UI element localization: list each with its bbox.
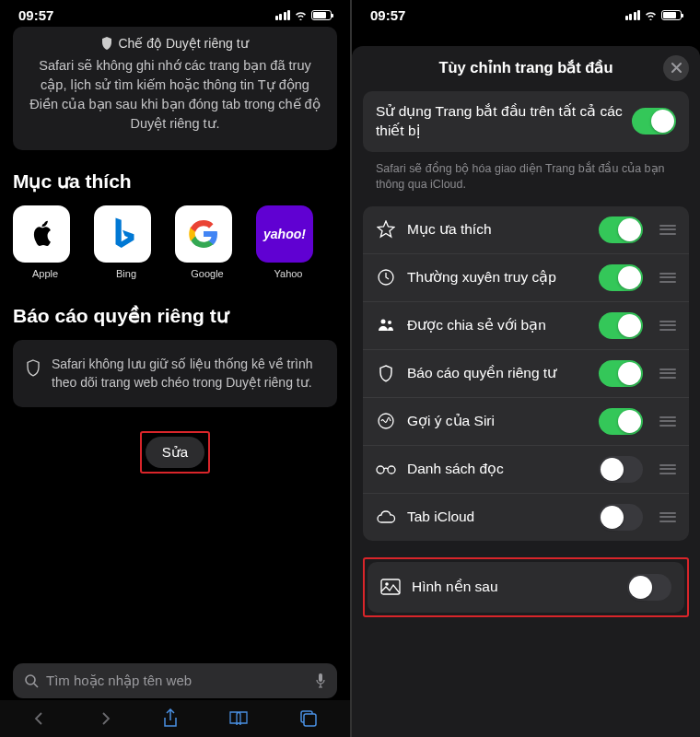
search-icon [24, 673, 39, 688]
tabs-icon[interactable] [299, 709, 318, 728]
row-label: Hình nền sau [412, 578, 616, 596]
favorite-yahoo[interactable]: yahoo! Yahoo [256, 205, 321, 279]
drag-handle-icon[interactable] [659, 321, 676, 331]
sync-toggle[interactable] [632, 108, 676, 135]
row-label: Gợi ý của Siri [407, 412, 588, 430]
phone-left: 09:57 Chế độ Duyệt riêng tư Safari sẽ kh… [0, 0, 350, 737]
favorite-label: Yahoo [256, 268, 321, 279]
bookmarks-icon[interactable] [228, 710, 249, 727]
row-label: Báo cáo quyền riêng tư [407, 364, 588, 382]
privacy-report-title: Báo cáo quyền riêng tư [13, 305, 337, 327]
apple-icon [13, 205, 70, 263]
bottom-toolbar [0, 700, 350, 737]
edit-highlight: Sửa [140, 431, 210, 474]
row-reading-list: Danh sách đọc [363, 446, 689, 494]
favorite-apple[interactable]: Apple [13, 205, 77, 279]
row-label: Được chia sẻ với bạn [407, 316, 588, 334]
row-background-image: Hình nền sau [368, 562, 684, 613]
status-bar: 09:57 [0, 0, 350, 27]
status-bar: 09:57 [352, 0, 700, 27]
edit-button-wrap: Sửa [13, 431, 337, 474]
row-shared-with-you: Được chia sẻ với bạn [363, 302, 689, 350]
drag-handle-icon[interactable] [659, 512, 676, 522]
bing-icon [94, 205, 151, 263]
row-label: Tab iCloud [407, 508, 588, 526]
status-icons [275, 10, 332, 20]
battery-icon [661, 10, 682, 20]
svg-point-9 [388, 466, 395, 474]
private-browsing-desc: Safari sẽ không ghi nhớ các trang bạn đã… [28, 56, 322, 134]
drag-handle-icon[interactable] [659, 225, 676, 235]
drag-handle-icon[interactable] [659, 464, 676, 474]
wifi-icon [294, 10, 308, 20]
close-icon [671, 63, 682, 73]
svg-line-1 [34, 684, 38, 687]
drag-handle-icon[interactable] [659, 416, 676, 427]
row-toggle[interactable] [599, 408, 643, 435]
signal-icon [275, 10, 291, 20]
status-icons [625, 10, 682, 20]
svg-point-8 [377, 466, 384, 474]
customize-modal: Tùy chỉnh trang bắt đầu Sử dụng Trang bắ… [352, 46, 700, 737]
options-list: Mục ưa thích Thường xuyên truy cập Được … [363, 206, 689, 541]
sync-card: Sử dụng Trang bắt đầu trên tất cả các th… [363, 91, 689, 152]
modal-header: Tùy chỉnh trang bắt đầu [363, 59, 689, 76]
shield-icon [101, 37, 112, 50]
svg-point-6 [388, 321, 391, 324]
clock-icon [376, 268, 396, 287]
phone-right: 09:57 Tùy chỉnh trang bắt đầu Sử dụng Tr… [350, 0, 700, 737]
glasses-icon [376, 463, 396, 474]
favorites-title: Mục ưa thích [13, 170, 337, 193]
row-label: Mục ưa thích [407, 220, 588, 239]
row-siri-suggestions: Gợi ý của Siri [363, 398, 689, 446]
edit-button[interactable]: Sửa [146, 437, 204, 468]
svg-rect-10 [381, 579, 400, 594]
signal-icon [625, 10, 641, 20]
drag-handle-icon[interactable] [659, 273, 676, 283]
row-toggle[interactable] [599, 216, 643, 243]
row-toggle[interactable] [599, 360, 643, 387]
close-button[interactable] [663, 55, 689, 81]
favorite-label: Bing [94, 268, 158, 279]
row-privacy-report: Báo cáo quyền riêng tư [363, 350, 689, 398]
shield-icon [376, 364, 396, 382]
image-icon [380, 579, 401, 595]
star-icon [376, 220, 396, 239]
row-toggle[interactable] [599, 264, 643, 291]
row-label: Danh sách đọc [407, 460, 588, 478]
siri-icon [376, 412, 396, 430]
svg-rect-3 [304, 714, 316, 726]
background-toggle[interactable] [627, 574, 671, 601]
row-label: Thường xuyên truy cập [407, 268, 588, 287]
favorite-bing[interactable]: Bing [94, 205, 158, 279]
shield-icon [26, 358, 41, 377]
share-icon[interactable] [162, 708, 179, 729]
svg-point-5 [381, 320, 386, 324]
row-toggle[interactable] [599, 504, 643, 531]
favorite-label: Google [175, 268, 239, 279]
search-bar[interactable]: Tìm hoặc nhập tên web [13, 663, 337, 698]
private-browsing-title-row: Chế độ Duyệt riêng tư [28, 36, 322, 51]
row-toggle[interactable] [599, 312, 643, 339]
search-placeholder: Tìm hoặc nhập tên web [46, 673, 308, 689]
drag-handle-icon[interactable] [659, 368, 676, 379]
favorites-row: Apple Bing Google yahoo! Yahoo [13, 205, 337, 279]
mic-icon[interactable] [315, 673, 326, 689]
row-toggle[interactable] [599, 456, 643, 483]
sync-hint: Safari sẽ đồng bộ hóa giao diện Trang bắ… [363, 159, 689, 206]
yahoo-icon: yahoo! [256, 205, 313, 263]
privacy-report-card: Safari không lưu giữ số liệu thống kê về… [13, 340, 337, 407]
forward-icon[interactable] [98, 711, 112, 726]
row-frequently-visited: Thường xuyên truy cập [363, 254, 689, 302]
svg-point-0 [26, 675, 35, 684]
back-icon[interactable] [32, 711, 47, 726]
favorite-label: Apple [13, 268, 77, 279]
status-time: 09:57 [18, 7, 53, 23]
modal-title: Tùy chỉnh trang bắt đầu [438, 59, 612, 76]
favorite-google[interactable]: Google [175, 205, 239, 279]
background-highlight: Hình nền sau [363, 557, 689, 617]
battery-icon [311, 10, 332, 20]
row-icloud-tabs: Tab iCloud [363, 494, 689, 541]
private-browsing-card: Chế độ Duyệt riêng tư Safari sẽ không gh… [13, 27, 337, 150]
row-favorites: Mục ưa thích [363, 206, 689, 254]
